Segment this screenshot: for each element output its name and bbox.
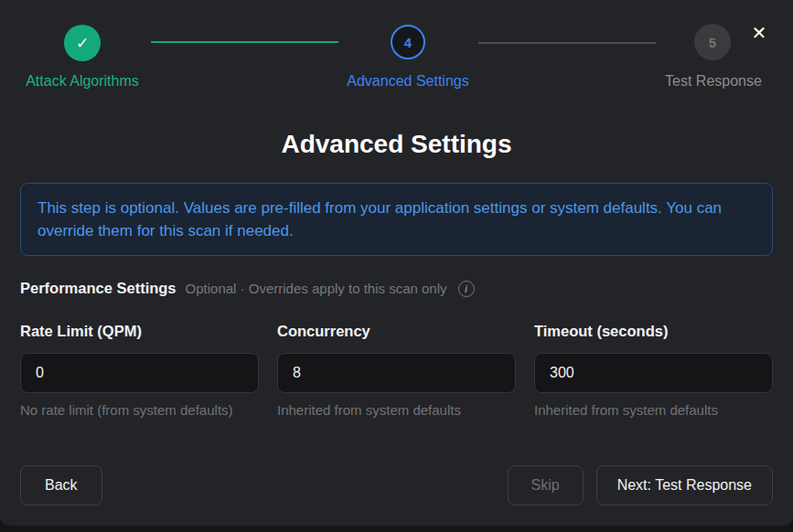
next-test-response-button[interactable]: Next: Test Response	[596, 465, 773, 505]
step-label-attack-algorithms: Attack Algorithms	[0, 73, 174, 90]
rate-limit-helper: No rate limit (from system defaults)	[20, 402, 259, 418]
optional-step-banner: This step is optional. Values are pre-fi…	[20, 183, 773, 256]
check-icon: ✓	[76, 34, 89, 53]
concurrency-label: Concurrency	[277, 323, 516, 340]
info-icon[interactable]: i	[458, 281, 475, 297]
step-label-test-response: Test Response	[622, 73, 793, 90]
timeout-label: Timeout (seconds)	[534, 323, 773, 340]
step-advanced-settings-indicator[interactable]: 4	[391, 25, 425, 59]
timeout-field-group: Timeout (seconds) Inherited from system …	[534, 323, 773, 418]
step-number-4: 4	[404, 35, 412, 50]
close-button[interactable]: ✕	[746, 20, 772, 46]
rate-limit-field-group: Rate Limit (QPM) No rate limit (from sys…	[20, 323, 259, 418]
back-button[interactable]: Back	[20, 465, 102, 505]
timeout-input[interactable]	[534, 353, 773, 393]
wizard-footer: Back Skip Next: Test Response	[20, 465, 773, 505]
wizard-dialog: ✓ 4 5 Attack Algorithms Advanced Setting…	[0, 0, 793, 526]
skip-button[interactable]: Skip	[508, 465, 584, 505]
step-label-advanced-settings: Advanced Settings	[316, 73, 499, 90]
step-connector-upcoming	[478, 42, 656, 44]
concurrency-input[interactable]	[277, 353, 516, 393]
section-subtitle: Optional · Overrides apply to this scan …	[186, 281, 447, 296]
performance-settings-fields: Rate Limit (QPM) No rate limit (from sys…	[20, 323, 773, 418]
rate-limit-label: Rate Limit (QPM)	[20, 323, 259, 340]
rate-limit-input[interactable]	[20, 353, 259, 393]
concurrency-helper: Inherited from system defaults	[277, 402, 516, 418]
close-icon: ✕	[752, 22, 767, 44]
section-title: Performance Settings	[20, 280, 177, 297]
timeout-helper: Inherited from system defaults	[534, 402, 773, 418]
wizard-stepper: ✓ 4 5 Attack Algorithms Advanced Setting…	[0, 0, 793, 93]
performance-settings-header: Performance Settings Optional · Override…	[20, 280, 773, 297]
page-title: Advanced Settings	[0, 130, 793, 159]
step-attack-algorithms-indicator[interactable]: ✓	[64, 25, 101, 61]
banner-text: This step is optional. Values are pre-fi…	[38, 199, 722, 239]
concurrency-field-group: Concurrency Inherited from system defaul…	[277, 323, 516, 418]
step-connector-completed	[151, 41, 338, 43]
step-number-5: 5	[709, 35, 716, 50]
footer-right-actions: Skip Next: Test Response	[508, 465, 773, 505]
step-test-response-indicator: 5	[694, 24, 731, 60]
